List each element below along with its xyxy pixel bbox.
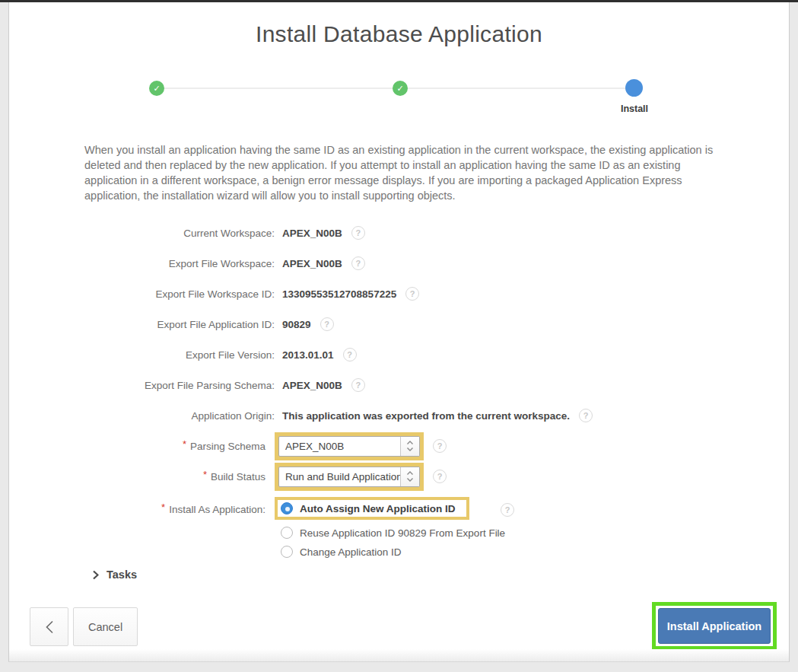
field-label: Current Workspace: [9,228,275,239]
row-install-as-application: *Install As Application: Auto Assign New… [9,497,789,558]
radio-option: Reuse Application ID 90829 From Export F… [281,527,505,539]
field-value: This application was exported from the c… [282,410,570,422]
install-form: Current Workspace: APEX_N00B ? Export Fi… [9,218,789,558]
radio-label[interactable]: Change Application ID [300,546,402,558]
radio-change-id[interactable] [281,546,293,558]
step-1-complete: ✓ [149,81,164,96]
field-value: APEX_N00B [282,228,342,239]
row-parsing-schema: *Parsing Schema APEX_N00B ? [9,431,789,461]
field-label: Export File Version: [9,349,275,361]
required-marker: * [161,502,165,513]
select-value: Run and Build Application [279,467,400,486]
window-top-border [0,0,798,2]
build-status-select[interactable]: Run and Build Application [278,467,420,487]
highlight-green-frame: Install Application [652,602,777,650]
help-icon[interactable]: ? [579,409,593,422]
row-export-file-version: Export File Version: 2013.01.01 ? [9,339,789,370]
help-icon[interactable]: ? [351,378,365,392]
check-icon: ✓ [153,84,160,94]
help-icon[interactable]: ? [351,256,365,270]
row-build-status: *Build Status Run and Build Application … [9,461,789,492]
required-marker: * [183,438,186,450]
install-application-button[interactable]: Install Application [658,608,771,644]
field-label: Export File Parsing Schema: [9,380,275,391]
help-icon[interactable]: ? [351,226,365,240]
footer-fade [9,649,789,661]
step-3-current [625,79,643,97]
field-label: Export File Application ID: [9,319,275,330]
radio-option: Change Application ID [281,546,505,558]
radio-auto-assign[interactable] [281,502,293,514]
field-value: APEX_N00B [282,258,342,269]
tasks-disclosure[interactable]: Tasks [92,568,137,581]
check-icon: ✓ [396,84,403,94]
radio-label[interactable]: Auto Assign New Application ID [300,503,456,514]
help-icon[interactable]: ? [320,317,334,331]
install-as-radio-group: Auto Assign New Application ID Reuse App… [275,497,505,558]
row-export-file-application-id: Export File Application ID: 90829 ? [9,309,789,339]
select-value: APEX_N00B [279,437,400,456]
row-application-origin: Application Origin: This application was… [9,400,789,431]
radio-label[interactable]: Reuse Application ID 90829 From Export F… [300,527,505,539]
parsing-schema-select[interactable]: APEX_N00B [278,436,420,457]
wizard-panel: Install Database Application ✓ ✓ Install… [8,2,790,662]
field-value: 13309553512708857225 [282,288,396,300]
field-label: *Parsing Schema [9,441,275,452]
radio-reuse-id[interactable] [281,527,293,539]
help-icon[interactable]: ? [433,470,447,483]
field-label: Application Origin: [9,410,275,422]
wizard-progress: ✓ ✓ Install [157,81,643,119]
help-icon[interactable]: ? [433,439,447,453]
field-label: *Build Status [9,471,275,483]
cancel-button[interactable]: Cancel [73,607,138,646]
required-marker: * [203,469,207,480]
field-value: APEX_N00B [282,380,342,391]
chevron-right-icon [92,570,99,580]
tasks-label: Tasks [107,568,137,581]
field-label: *Install As Application: [9,497,275,515]
help-icon[interactable]: ? [501,503,514,517]
step-2-complete: ✓ [393,81,408,96]
highlight-gold-frame: Auto Assign New Application ID [275,497,469,520]
select-spinner-icon[interactable] [400,437,419,456]
chevron-left-icon [45,620,54,634]
highlight-gold-frame: Run and Build Application [275,463,424,491]
field-label: Export File Workspace ID: [9,288,275,300]
help-icon[interactable]: ? [405,287,419,301]
row-current-workspace: Current Workspace: APEX_N00B ? [9,218,789,248]
step-3-label: Install [600,104,669,114]
back-button[interactable] [30,607,68,646]
row-export-file-parsing-schema: Export File Parsing Schema: APEX_N00B ? [9,370,789,400]
field-label: Export File Workspace: [9,258,275,269]
row-export-file-workspace-id: Export File Workspace ID: 13309553512708… [9,279,789,309]
intro-text: When you install an application having t… [84,142,725,203]
field-value: 90829 [282,319,311,330]
page-title: Install Database Application [9,21,789,47]
row-export-file-workspace: Export File Workspace: APEX_N00B ? [9,248,789,279]
highlight-gold-frame: APEX_N00B [275,432,424,460]
help-icon[interactable]: ? [343,348,357,361]
field-value: 2013.01.01 [282,349,334,361]
select-spinner-icon[interactable] [400,467,419,486]
